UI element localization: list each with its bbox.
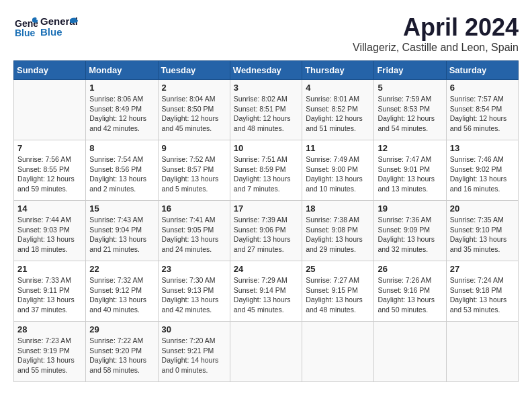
calendar-week-row: 28Sunrise: 7:23 AM Sunset: 9:19 PM Dayli… — [14, 322, 519, 382]
title-block: April 2024 Villageriz, Castille and Leon… — [353, 13, 519, 54]
day-number: 4 — [306, 83, 370, 93]
day-info: Sunrise: 7:20 AM Sunset: 9:21 PM Dayligh… — [162, 336, 226, 375]
day-info: Sunrise: 7:24 AM Sunset: 9:18 PM Dayligh… — [450, 275, 515, 315]
day-info: Sunrise: 7:59 AM Sunset: 8:53 PM Dayligh… — [378, 94, 442, 134]
calendar-table: SundayMondayTuesdayWednesdayThursdayFrid… — [13, 60, 519, 382]
calendar-cell: 13Sunrise: 7:46 AM Sunset: 9:02 PM Dayli… — [446, 140, 518, 201]
calendar-cell: 6Sunrise: 7:57 AM Sunset: 8:54 PM Daylig… — [446, 80, 518, 140]
day-info: Sunrise: 7:36 AM Sunset: 9:09 PM Dayligh… — [378, 215, 442, 255]
calendar-week-row: 21Sunrise: 7:33 AM Sunset: 9:11 PM Dayli… — [14, 261, 519, 322]
calendar-cell: 26Sunrise: 7:26 AM Sunset: 9:16 PM Dayli… — [374, 261, 446, 322]
calendar-cell — [374, 322, 446, 382]
day-info: Sunrise: 8:01 AM Sunset: 8:52 PM Dayligh… — [306, 94, 370, 134]
day-number: 1 — [89, 83, 154, 93]
day-info: Sunrise: 7:54 AM Sunset: 8:56 PM Dayligh… — [89, 154, 154, 194]
calendar-cell: 16Sunrise: 7:41 AM Sunset: 9:05 PM Dayli… — [158, 201, 230, 261]
day-number: 5 — [378, 83, 442, 93]
calendar-cell: 4Sunrise: 8:01 AM Sunset: 8:52 PM Daylig… — [302, 80, 374, 140]
calendar-header-row: SundayMondayTuesdayWednesdayThursdayFrid… — [14, 61, 519, 80]
calendar-cell — [446, 322, 518, 382]
day-number: 26 — [378, 264, 442, 274]
calendar-cell: 20Sunrise: 7:35 AM Sunset: 9:10 PM Dayli… — [446, 201, 518, 261]
column-header-thursday: Thursday — [302, 61, 374, 80]
calendar-cell: 17Sunrise: 7:39 AM Sunset: 9:06 PM Dayli… — [230, 201, 302, 261]
calendar-cell: 28Sunrise: 7:23 AM Sunset: 9:19 PM Dayli… — [14, 322, 86, 382]
day-number: 8 — [89, 143, 154, 153]
calendar-cell: 10Sunrise: 7:51 AM Sunset: 8:59 PM Dayli… — [230, 140, 302, 201]
day-number: 24 — [234, 264, 298, 274]
day-number: 20 — [450, 203, 515, 214]
calendar-cell: 8Sunrise: 7:54 AM Sunset: 8:56 PM Daylig… — [86, 140, 158, 201]
calendar-cell: 22Sunrise: 7:32 AM Sunset: 9:12 PM Dayli… — [86, 261, 158, 322]
day-info: Sunrise: 8:06 AM Sunset: 8:49 PM Dayligh… — [89, 94, 154, 134]
svg-text:Blue: Blue — [15, 28, 36, 38]
day-info: Sunrise: 7:27 AM Sunset: 9:15 PM Dayligh… — [306, 275, 370, 315]
logo-icon: General Blue — [13, 13, 38, 38]
day-info: Sunrise: 7:29 AM Sunset: 9:14 PM Dayligh… — [234, 275, 298, 315]
calendar-cell: 24Sunrise: 7:29 AM Sunset: 9:14 PM Dayli… — [230, 261, 302, 322]
calendar-week-row: 14Sunrise: 7:44 AM Sunset: 9:03 PM Dayli… — [14, 201, 519, 261]
calendar-cell: 25Sunrise: 7:27 AM Sunset: 9:15 PM Dayli… — [302, 261, 374, 322]
calendar-cell: 15Sunrise: 7:43 AM Sunset: 9:04 PM Dayli… — [86, 201, 158, 261]
calendar-cell: 27Sunrise: 7:24 AM Sunset: 9:18 PM Dayli… — [446, 261, 518, 322]
month-title: April 2024 — [353, 13, 519, 42]
calendar-cell: 19Sunrise: 7:36 AM Sunset: 9:09 PM Dayli… — [374, 201, 446, 261]
day-number: 9 — [162, 143, 226, 153]
day-info: Sunrise: 7:23 AM Sunset: 9:19 PM Dayligh… — [17, 336, 82, 375]
calendar-cell: 3Sunrise: 8:02 AM Sunset: 8:51 PM Daylig… — [230, 80, 302, 140]
day-number: 28 — [17, 324, 82, 334]
day-info: Sunrise: 7:49 AM Sunset: 9:00 PM Dayligh… — [306, 154, 370, 194]
day-number: 7 — [17, 143, 82, 153]
day-number: 15 — [89, 203, 154, 214]
day-number: 2 — [162, 83, 226, 93]
day-number: 11 — [306, 143, 370, 153]
day-info: Sunrise: 7:32 AM Sunset: 9:12 PM Dayligh… — [89, 275, 154, 315]
calendar-cell: 30Sunrise: 7:20 AM Sunset: 9:21 PM Dayli… — [158, 322, 230, 382]
day-info: Sunrise: 7:39 AM Sunset: 9:06 PM Dayligh… — [234, 215, 298, 255]
day-info: Sunrise: 7:26 AM Sunset: 9:16 PM Dayligh… — [378, 275, 442, 315]
day-info: Sunrise: 7:33 AM Sunset: 9:11 PM Dayligh… — [17, 275, 82, 315]
calendar-cell: 2Sunrise: 8:04 AM Sunset: 8:50 PM Daylig… — [158, 80, 230, 140]
bird-icon — [60, 14, 79, 33]
day-info: Sunrise: 8:04 AM Sunset: 8:50 PM Dayligh… — [162, 94, 226, 134]
calendar-cell: 11Sunrise: 7:49 AM Sunset: 9:00 PM Dayli… — [302, 140, 374, 201]
day-number: 25 — [306, 264, 370, 274]
day-number: 10 — [234, 143, 298, 153]
column-header-saturday: Saturday — [446, 61, 518, 80]
calendar-cell: 18Sunrise: 7:38 AM Sunset: 9:08 PM Dayli… — [302, 201, 374, 261]
calendar-cell: 1Sunrise: 8:06 AM Sunset: 8:49 PM Daylig… — [86, 80, 158, 140]
calendar-cell: 12Sunrise: 7:47 AM Sunset: 9:01 PM Dayli… — [374, 140, 446, 201]
day-info: Sunrise: 7:47 AM Sunset: 9:01 PM Dayligh… — [378, 154, 442, 194]
day-info: Sunrise: 7:41 AM Sunset: 9:05 PM Dayligh… — [162, 215, 226, 255]
calendar-week-row: 7Sunrise: 7:56 AM Sunset: 8:55 PM Daylig… — [14, 140, 519, 201]
day-number: 12 — [378, 143, 442, 153]
calendar-cell: 7Sunrise: 7:56 AM Sunset: 8:55 PM Daylig… — [14, 140, 86, 201]
day-number: 19 — [378, 203, 442, 214]
day-info: Sunrise: 7:35 AM Sunset: 9:10 PM Dayligh… — [450, 215, 515, 255]
day-number: 18 — [306, 203, 370, 214]
day-info: Sunrise: 7:51 AM Sunset: 8:59 PM Dayligh… — [234, 154, 298, 194]
calendar-week-row: 1Sunrise: 8:06 AM Sunset: 8:49 PM Daylig… — [14, 80, 519, 140]
day-info: Sunrise: 7:30 AM Sunset: 9:13 PM Dayligh… — [162, 275, 226, 315]
column-header-monday: Monday — [86, 61, 158, 80]
calendar-cell: 23Sunrise: 7:30 AM Sunset: 9:13 PM Dayli… — [158, 261, 230, 322]
day-number: 14 — [17, 203, 82, 214]
day-info: Sunrise: 7:44 AM Sunset: 9:03 PM Dayligh… — [17, 215, 82, 255]
location-title: Villageriz, Castille and Leon, Spain — [353, 42, 519, 54]
calendar-cell — [302, 322, 374, 382]
day-number: 16 — [162, 203, 226, 214]
calendar-cell: 21Sunrise: 7:33 AM Sunset: 9:11 PM Dayli… — [14, 261, 86, 322]
column-header-friday: Friday — [374, 61, 446, 80]
day-number: 13 — [450, 143, 515, 153]
calendar-cell — [14, 80, 86, 140]
day-info: Sunrise: 7:46 AM Sunset: 9:02 PM Dayligh… — [450, 154, 515, 194]
calendar-cell: 29Sunrise: 7:22 AM Sunset: 9:20 PM Dayli… — [86, 322, 158, 382]
day-number: 3 — [234, 83, 298, 93]
day-number: 29 — [89, 324, 154, 334]
column-header-sunday: Sunday — [14, 61, 86, 80]
day-number: 23 — [162, 264, 226, 274]
day-info: Sunrise: 8:02 AM Sunset: 8:51 PM Dayligh… — [234, 94, 298, 134]
column-header-wednesday: Wednesday — [230, 61, 302, 80]
day-info: Sunrise: 7:52 AM Sunset: 8:57 PM Dayligh… — [162, 154, 226, 194]
day-number: 17 — [234, 203, 298, 214]
